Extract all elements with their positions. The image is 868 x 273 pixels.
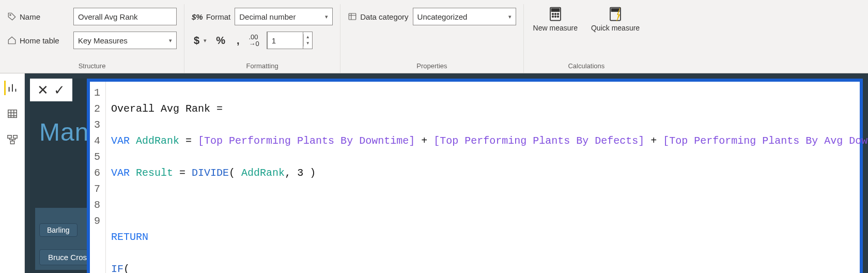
group-label-structure: Structure (7, 60, 177, 73)
svg-rect-14 (13, 135, 17, 139)
chevron-down-icon: ▾ (508, 13, 512, 20)
format-label: $% Format (192, 12, 230, 21)
spinner-up[interactable]: ▲ (304, 34, 312, 40)
line-number-gutter: 123456789 (90, 82, 106, 273)
group-label-formatting: Formatting (192, 60, 333, 73)
group-label-calculations: Calculations (531, 60, 642, 73)
report-view-button[interactable] (4, 81, 19, 95)
format-select[interactable]: Decimal number ▾ (235, 8, 333, 25)
svg-rect-1 (349, 13, 356, 20)
formula-editor[interactable]: 123456789 Overall Avg Rank = VAR AddRank… (87, 79, 863, 273)
percent-button[interactable]: % (214, 34, 227, 48)
thousands-separator-button[interactable]: , (235, 34, 242, 48)
svg-point-8 (555, 16, 556, 18)
formula-commit-button[interactable]: ✓ (54, 82, 65, 98)
svg-rect-11 (612, 9, 619, 11)
svg-rect-12 (8, 110, 17, 118)
data-view-button[interactable] (5, 107, 20, 121)
spinner-down[interactable]: ▼ (304, 40, 312, 47)
svg-rect-15 (10, 141, 14, 144)
quick-measure-button[interactable]: Quick measure (589, 5, 642, 34)
workspace: Manu Barling Bruce Crossing Charles City… (0, 73, 868, 273)
model-view-button[interactable] (5, 132, 20, 147)
view-rail (0, 73, 25, 273)
ribbon-group-properties: Data category Uncategorized ▾ Properties (340, 4, 523, 73)
home-table-select[interactable]: Key Measures ▾ (73, 32, 177, 49)
quick-measure-icon (606, 6, 625, 22)
ribbon-group-formatting: $% Format Decimal number ▾ $ ▾ % , .00→0… (184, 4, 340, 73)
ribbon: Name Home table Key Measures ▾ Structure (0, 0, 868, 73)
currency-button[interactable]: $ (192, 34, 202, 48)
decimal-places-icon: .00→0 (249, 34, 259, 47)
data-category-select[interactable]: Uncategorized ▾ (413, 8, 516, 25)
home-table-label: Home table (7, 36, 69, 45)
formula-actions: ✕ ✓ (30, 79, 72, 101)
home-icon (7, 36, 17, 45)
group-label-properties: Properties (348, 60, 516, 73)
chevron-down-icon: ▾ (325, 13, 328, 20)
svg-point-7 (552, 16, 554, 18)
svg-point-5 (555, 13, 556, 15)
svg-rect-13 (7, 135, 11, 139)
decimal-places-input[interactable] (267, 32, 303, 49)
svg-rect-3 (551, 9, 559, 11)
model-icon (7, 134, 18, 145)
chevron-down-icon: ▾ (169, 37, 172, 44)
svg-point-4 (552, 13, 554, 15)
data-category-label: Data category (348, 12, 408, 21)
table-icon (7, 108, 18, 119)
report-canvas[interactable]: Manu Barling Bruce Crossing Charles City… (25, 73, 868, 273)
tag-icon (7, 12, 17, 21)
ribbon-group-structure: Name Home table Key Measures ▾ Structure (0, 4, 184, 73)
measure-name-input[interactable] (73, 8, 177, 25)
ribbon-group-calculations: New measure Quick measure Calculations (524, 4, 649, 73)
decimal-places-spinner[interactable]: ▲ ▼ (267, 32, 313, 49)
calculator-icon (546, 6, 565, 22)
formula-cancel-button[interactable]: ✕ (37, 82, 49, 98)
data-category-icon (348, 12, 357, 21)
new-measure-button[interactable]: New measure (531, 5, 580, 34)
formula-bar: ✕ ✓ 123456789 Overall Avg Rank = VAR Add… (30, 79, 863, 273)
svg-point-6 (557, 13, 559, 15)
svg-point-0 (10, 14, 11, 16)
chevron-down-icon[interactable]: ▾ (204, 37, 207, 44)
bar-chart-icon (7, 82, 18, 94)
formula-code[interactable]: Overall Avg Rank = VAR AddRank = [Top Pe… (106, 82, 868, 273)
name-label: Name (7, 12, 69, 21)
svg-point-9 (557, 16, 559, 18)
